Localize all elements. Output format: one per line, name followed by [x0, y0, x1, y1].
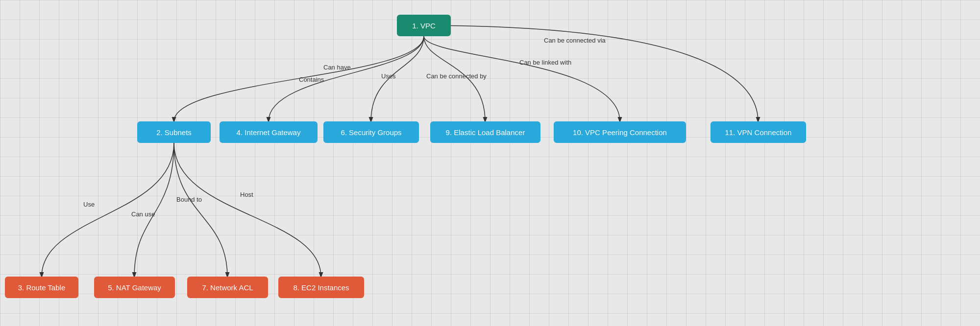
node-elb[interactable]: 9. Elastic Load Balancer — [430, 121, 540, 143]
label-contains: Contains — [299, 76, 324, 83]
label-can-be-connected-by: Can be connected by — [426, 72, 487, 80]
node-route-table[interactable]: 3. Route Table — [5, 277, 78, 298]
node-vpc[interactable]: 1. VPC — [397, 15, 451, 36]
label-uses: Uses — [381, 72, 396, 80]
label-can-be-linked-with: Can be linked with — [519, 59, 571, 66]
node-vpn[interactable]: 11. VPN Connection — [710, 121, 806, 143]
diagram-container: 1. VPC 2. Subnets 4. Internet Gateway 6.… — [0, 0, 980, 326]
node-subnets[interactable]: 2. Subnets — [137, 121, 211, 143]
node-ec2[interactable]: 8. EC2 Instances — [278, 277, 364, 298]
node-internet-gw[interactable]: 4. Internet Gateway — [220, 121, 318, 143]
label-host: Host — [240, 191, 253, 198]
node-security-groups[interactable]: 6. Security Groups — [323, 121, 419, 143]
node-vpc-peering[interactable]: 10. VPC Peering Connection — [554, 121, 686, 143]
label-use: Use — [83, 201, 95, 208]
label-can-have: Can have — [323, 64, 351, 71]
label-bound-to: Bound to — [176, 196, 202, 203]
node-network-acl[interactable]: 7. Network ACL — [187, 277, 268, 298]
label-can-use: Can use — [131, 210, 155, 218]
node-nat-gw[interactable]: 5. NAT Gateway — [94, 277, 175, 298]
label-can-be-connected-via: Can be connected via — [544, 37, 606, 44]
